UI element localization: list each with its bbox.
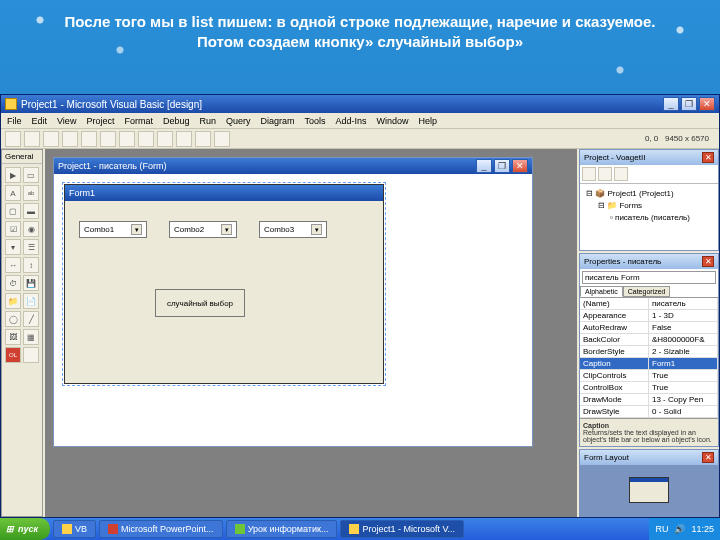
- view-object-button[interactable]: [598, 167, 612, 181]
- system-tray[interactable]: RU 🔊 11:25: [649, 518, 720, 540]
- tree-forms-folder[interactable]: ⊟ 📁 Forms: [586, 200, 712, 212]
- property-row[interactable]: AutoRedrawFalse: [580, 322, 718, 334]
- toolbar-button[interactable]: [43, 131, 59, 147]
- toolbar-button[interactable]: [5, 131, 21, 147]
- tab-categorized[interactable]: Categorized: [623, 286, 671, 297]
- toolbar-button[interactable]: [24, 131, 40, 147]
- dropdown-icon[interactable]: ▾: [131, 224, 142, 235]
- combo1-control[interactable]: Combo1▾: [79, 221, 147, 238]
- designer-close[interactable]: ✕: [512, 159, 528, 173]
- listbox-tool[interactable]: ☰: [23, 239, 39, 255]
- option-tool[interactable]: ◉: [23, 221, 39, 237]
- properties-grid[interactable]: (Name)писательAppearance1 - 3DAutoRedraw…: [580, 297, 718, 418]
- project-tree[interactable]: ⊟ 📦 Project1 (Project1) ⊟ 📁 Forms ▫ писа…: [580, 184, 718, 250]
- menu-item[interactable]: Project: [86, 116, 114, 126]
- combo-tool[interactable]: ▾: [5, 239, 21, 255]
- menu-item[interactable]: Format: [124, 116, 153, 126]
- menu-item[interactable]: View: [57, 116, 76, 126]
- toolbar-button[interactable]: [119, 131, 135, 147]
- property-row[interactable]: DrawMode13 - Copy Pen: [580, 394, 718, 406]
- property-row[interactable]: BackColor&H8000000F&: [580, 334, 718, 346]
- random-choice-button[interactable]: случайный выбор: [155, 289, 245, 317]
- maximize-button[interactable]: ❐: [681, 97, 697, 111]
- ole-tool[interactable]: OL: [5, 347, 21, 363]
- shape-tool[interactable]: ◯: [5, 311, 21, 327]
- toolbar-button[interactable]: [81, 131, 97, 147]
- picturebox-tool[interactable]: ▭: [23, 167, 39, 183]
- button-tool[interactable]: ▬: [23, 203, 39, 219]
- pointer-tool[interactable]: ▶: [5, 167, 21, 183]
- menu-item[interactable]: Diagram: [260, 116, 294, 126]
- toolbar-button[interactable]: [195, 131, 211, 147]
- designer-maximize[interactable]: ❐: [494, 159, 510, 173]
- property-row[interactable]: CaptionForm1: [580, 358, 718, 370]
- taskbar[interactable]: ⊞ пуск VB Microsoft PowerPoint... Урок и…: [0, 518, 720, 540]
- property-row[interactable]: ClipControlsTrue: [580, 370, 718, 382]
- property-row[interactable]: DrawStyle0 - Solid: [580, 406, 718, 418]
- data-tool[interactable]: ▦: [23, 329, 39, 345]
- checkbox-tool[interactable]: ☑: [5, 221, 21, 237]
- menu-item[interactable]: Run: [199, 116, 216, 126]
- panel-close-icon[interactable]: ✕: [702, 256, 714, 267]
- property-row[interactable]: (Name)писатель: [580, 298, 718, 310]
- toolbar-button[interactable]: [176, 131, 192, 147]
- timer-tool[interactable]: ⏱: [5, 275, 21, 291]
- start-button[interactable]: ⊞ пуск: [0, 518, 50, 540]
- tree-form-node[interactable]: ▫ писатель (писатель): [586, 212, 712, 224]
- language-indicator[interactable]: RU: [655, 524, 668, 534]
- view-code-button[interactable]: [582, 167, 596, 181]
- tab-alphabetic[interactable]: Alphabetic: [580, 286, 623, 297]
- taskbar-item[interactable]: Microsoft PowerPoint...: [99, 520, 223, 538]
- menu-item[interactable]: Debug: [163, 116, 190, 126]
- image-tool[interactable]: 🖼: [5, 329, 21, 345]
- form-designer-window[interactable]: Project1 - писатель (Form) _ ❐ ✕ Form1: [53, 157, 533, 447]
- menu-item[interactable]: Add-Ins: [336, 116, 367, 126]
- toggle-folders-button[interactable]: [614, 167, 628, 181]
- tree-project-node[interactable]: ⊟ 📦 Project1 (Project1): [586, 188, 712, 200]
- panel-close-icon[interactable]: ✕: [702, 452, 714, 463]
- panel-close-icon[interactable]: ✕: [702, 152, 714, 163]
- combo3-control[interactable]: Combo3▾: [259, 221, 327, 238]
- drive-tool[interactable]: 💾: [23, 275, 39, 291]
- menu-item[interactable]: Edit: [32, 116, 48, 126]
- toolbar-button[interactable]: [62, 131, 78, 147]
- menu-item[interactable]: File: [7, 116, 22, 126]
- line-tool[interactable]: ╱: [23, 311, 39, 327]
- dropdown-icon[interactable]: ▾: [311, 224, 322, 235]
- taskbar-item[interactable]: VB: [53, 520, 96, 538]
- menu-item[interactable]: Window: [377, 116, 409, 126]
- toolbar-button[interactable]: [100, 131, 116, 147]
- dir-tool[interactable]: 📁: [5, 293, 21, 309]
- menu-item[interactable]: Query: [226, 116, 251, 126]
- dropdown-icon[interactable]: ▾: [221, 224, 232, 235]
- toolbar-button[interactable]: [214, 131, 230, 147]
- menubar[interactable]: File Edit View Project Format Debug Run …: [1, 113, 719, 129]
- tool[interactable]: [23, 347, 39, 363]
- taskbar-item[interactable]: Урок информатик...: [226, 520, 338, 538]
- designer-minimize[interactable]: _: [476, 159, 492, 173]
- object-selector[interactable]: писатель Form: [582, 271, 716, 284]
- clock[interactable]: 11:25: [691, 524, 714, 534]
- menu-item[interactable]: Help: [419, 116, 438, 126]
- frame-tool[interactable]: ▢: [5, 203, 21, 219]
- form-layout-preview[interactable]: [580, 465, 718, 516]
- vb-titlebar[interactable]: Project1 - Microsoft Visual Basic [desig…: [1, 95, 719, 113]
- close-button[interactable]: ✕: [699, 97, 715, 111]
- tray-icon[interactable]: 🔊: [674, 524, 685, 534]
- menu-item[interactable]: Tools: [305, 116, 326, 126]
- form-selection-handles[interactable]: [62, 182, 386, 386]
- property-row[interactable]: BorderStyle2 - Sizable: [580, 346, 718, 358]
- property-row[interactable]: ControlBoxTrue: [580, 382, 718, 394]
- vscroll-tool[interactable]: ↕: [23, 257, 39, 273]
- toolbar-button[interactable]: [138, 131, 154, 147]
- form-layout-mini-form[interactable]: [629, 477, 669, 503]
- taskbar-item-active[interactable]: Project1 - Microsoft V...: [340, 520, 464, 538]
- label-tool[interactable]: A: [5, 185, 21, 201]
- combo2-control[interactable]: Combo2▾: [169, 221, 237, 238]
- textbox-tool[interactable]: ab: [23, 185, 39, 201]
- toolbar[interactable]: 0, 0 9450 x 6570: [1, 129, 719, 149]
- file-tool[interactable]: 📄: [23, 293, 39, 309]
- toolbar-button[interactable]: [157, 131, 173, 147]
- property-row[interactable]: Appearance1 - 3D: [580, 310, 718, 322]
- hscroll-tool[interactable]: ↔: [5, 257, 21, 273]
